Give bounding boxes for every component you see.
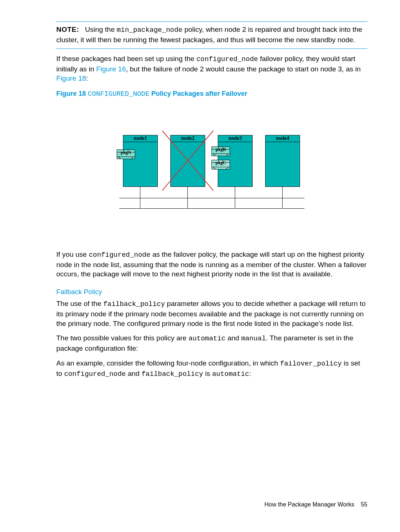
footer-page: 55 <box>361 501 367 508</box>
xref-fig16[interactable]: Figure 16 <box>96 65 126 73</box>
p4-c2: manual <box>241 335 266 343</box>
page-footer: How the Package Manager Works 55 <box>56 501 367 508</box>
p5-t1: As an example, consider the following fo… <box>56 359 280 367</box>
conn-1b <box>140 198 140 208</box>
para-failback-3: As an example, consider the following fo… <box>56 358 367 379</box>
pkgC: pkgC <box>211 160 230 169</box>
conn-3b <box>235 198 235 208</box>
node1-box: node1 pkgA <box>123 135 158 187</box>
para-intro: If these packages had been set up using … <box>56 54 367 83</box>
p5-c4: automatic <box>212 370 249 378</box>
note-rule-bottom <box>56 48 367 49</box>
page: NOTE: Using the min_package_node policy,… <box>0 0 400 526</box>
node4-box: node4 <box>265 135 300 187</box>
p1-t4: : <box>86 74 88 82</box>
p2-c1: configured_node <box>89 251 151 259</box>
bus-bottom <box>119 208 304 209</box>
p5-t5: : <box>249 370 251 377</box>
node4-label: node4 <box>266 135 300 142</box>
figure-18: node1 pkgA node2 node3 <box>56 135 367 209</box>
p1-c1: configured_node <box>196 55 258 63</box>
conn-4b <box>282 198 283 208</box>
p3-t1: The use of the <box>56 300 103 307</box>
note-t1: Using the <box>85 26 117 33</box>
p1-t1: If these packages had been set up using … <box>56 55 196 63</box>
xref-fig18[interactable]: Figure 18 <box>56 74 86 82</box>
figcap-code: CONFIGURED_NODE <box>88 90 150 98</box>
note-block: NOTE: Using the min_package_node policy,… <box>56 25 367 45</box>
note-code: min_package_node <box>117 26 183 34</box>
conn-3a <box>235 187 235 198</box>
bus-top <box>119 198 304 198</box>
pkgB: pkgB <box>211 147 230 156</box>
diagram: node1 pkgA node2 node3 <box>123 135 301 209</box>
figure-caption: Figure 18 CONFIGURED_NODE Policy Package… <box>56 90 367 98</box>
p5-c3: failback_policy <box>141 370 203 378</box>
note-rule-top <box>56 21 367 22</box>
para-failback-2: The two possible values for this policy … <box>56 333 367 353</box>
node3-label: node3 <box>218 135 252 142</box>
p5-c1: failover_policy <box>280 360 342 368</box>
p4-t1: The two possible values for this policy … <box>56 334 189 342</box>
figcap-suffix: Policy Packages after Failover <box>150 90 247 97</box>
figcap-prefix: Figure 18 <box>56 90 88 97</box>
cross-icon <box>160 128 216 193</box>
p5-t3: and <box>126 370 141 377</box>
p3-c1: failback_policy <box>103 300 165 308</box>
p4-t2: and <box>226 334 241 342</box>
p5-t4: is <box>203 370 212 377</box>
p2-t1: If you use <box>56 250 89 258</box>
p1-t3: , but the failure of node 2 would cause … <box>126 65 361 73</box>
p5-c2: configured_node <box>64 370 126 378</box>
conn-4a <box>282 187 283 198</box>
node1-label: node1 <box>123 135 157 142</box>
conn-1a <box>140 187 140 198</box>
footer-title: How the Package Manager Works <box>264 501 354 508</box>
heading-failback: Failback Policy <box>56 288 367 296</box>
para-failback-1: The use of the failback_policy parameter… <box>56 299 367 328</box>
conn-2a <box>187 187 188 198</box>
conn-2b <box>187 198 188 208</box>
para-configured-node: If you use configured_node as the failov… <box>56 250 367 279</box>
node3-box: node3 pkgB pkgC <box>218 135 253 187</box>
pkgA: pkgA <box>117 149 135 159</box>
note-text: NOTE: Using the min_package_node policy,… <box>56 25 367 45</box>
p4-c1: automatic <box>189 335 226 343</box>
note-label: NOTE: <box>56 26 79 33</box>
